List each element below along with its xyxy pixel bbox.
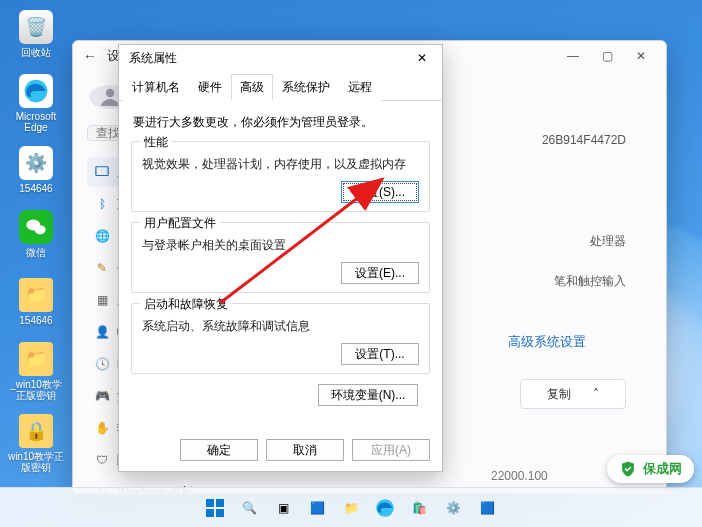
bluetooth-icon: ᛒ xyxy=(95,197,109,211)
taskbar-explorer[interactable]: 📁 xyxy=(337,494,365,522)
dialog-action-row: 确定 取消 应用(A) xyxy=(180,439,430,461)
performance-settings-button[interactable]: 设置(S)... xyxy=(341,181,419,203)
gaming-icon: 🎮 xyxy=(95,389,109,403)
shield-check-icon xyxy=(619,460,637,478)
profiles-desc: 与登录帐户相关的桌面设置 xyxy=(142,237,419,254)
start-button[interactable] xyxy=(201,494,229,522)
desktop-icon-label: Microsoft Edge xyxy=(6,111,66,133)
tab-hardware[interactable]: 硬件 xyxy=(189,74,231,101)
svg-point-2 xyxy=(35,225,46,234)
tab-remote[interactable]: 远程 xyxy=(339,74,381,101)
copy-button[interactable]: 复制˄ xyxy=(520,379,626,409)
apps-icon: ▦ xyxy=(95,293,109,307)
tab-system-protection[interactable]: 系统保护 xyxy=(273,74,339,101)
group-performance: 性能 视觉效果，处理器计划，内存使用，以及虚拟内存 设置(S)... xyxy=(131,141,430,212)
tab-advanced[interactable]: 高级 xyxy=(231,74,273,101)
close-button[interactable]: ✕ xyxy=(624,42,658,70)
startup-settings-button[interactable]: 设置(T)... xyxy=(341,343,419,365)
desktop-icon-label: _win10教学正版密钥 xyxy=(6,379,66,401)
system-icon xyxy=(95,165,109,179)
desktop-icon-recycle-bin[interactable]: 🗑️回收站 xyxy=(10,10,62,58)
cpu-label: 处理器 xyxy=(590,233,626,250)
desktop-icon-label: 微信 xyxy=(6,247,66,258)
environment-variables-button[interactable]: 环境变量(N)... xyxy=(318,384,418,406)
taskbar-edge[interactable] xyxy=(371,494,399,522)
taskbar-app[interactable]: 🟦 xyxy=(473,494,501,522)
group-startup-recovery: 启动和故障恢复 系统启动、系统故障和调试信息 设置(T)... xyxy=(131,303,430,374)
group-user-profiles: 用户配置文件 与登录帐户相关的桌面设置 设置(E)... xyxy=(131,222,430,293)
dialog-body: 要进行大多数更改，你必须作为管理员登录。 性能 视觉效果，处理器计划，内存使用，… xyxy=(119,101,442,414)
wechat-icon xyxy=(19,210,53,244)
recycle-bin-icon: 🗑️ xyxy=(19,10,53,44)
account-icon: 👤 xyxy=(95,325,109,339)
dialog-title: 系统属性 xyxy=(129,50,177,67)
tab-computer-name[interactable]: 计算机名 xyxy=(123,74,189,101)
gear-icon: ⚙️ xyxy=(19,146,53,180)
task-view[interactable]: ▣ xyxy=(269,494,297,522)
folder-icon: 📁 xyxy=(19,278,53,312)
performance-desc: 视觉效果，处理器计划，内存使用，以及虚拟内存 xyxy=(142,156,419,173)
pen-touch-label: 笔和触控输入 xyxy=(554,273,626,290)
watermark-text: 保成网 xyxy=(643,460,682,478)
device-id-value: 26B914F4472D xyxy=(542,133,626,147)
lock-icon: 🔒 xyxy=(19,414,53,448)
desktop: 🗑️回收站 Microsoft Edge ⚙️154646 微信 📁154646… xyxy=(0,0,702,527)
svg-rect-6 xyxy=(206,499,214,507)
desktop-icon-label: 154646 xyxy=(6,315,66,326)
desktop-icon-edge[interactable]: Microsoft Edge xyxy=(10,74,62,133)
taskbar-search[interactable]: 🔍 xyxy=(235,494,263,522)
desktop-icon-folder-1[interactable]: 📁154646 xyxy=(10,278,62,326)
widgets[interactable]: 🟦 xyxy=(303,494,331,522)
desktop-icon-settings[interactable]: ⚙️154646 xyxy=(10,146,62,194)
desktop-icon-label: win10教学正版密钥 xyxy=(6,451,66,473)
network-icon: 🌐 xyxy=(95,229,109,243)
clock-icon: 🕓 xyxy=(95,357,109,371)
startup-desc: 系统启动、系统故障和调试信息 xyxy=(142,318,419,335)
taskbar-settings[interactable]: ⚙️ xyxy=(439,494,467,522)
dialog-close-button[interactable]: ✕ xyxy=(408,48,436,68)
svg-point-3 xyxy=(106,89,114,97)
desktop-icon-wechat[interactable]: 微信 xyxy=(10,210,62,258)
apply-button[interactable]: 应用(A) xyxy=(352,439,430,461)
watermark: 保成网 xyxy=(607,455,694,483)
dialog-titlebar: 系统属性 ✕ xyxy=(119,45,442,71)
svg-rect-8 xyxy=(206,509,214,517)
advanced-system-settings-link[interactable]: 高级系统设置 xyxy=(508,333,586,351)
copy-label: 复制 xyxy=(547,386,571,403)
svg-rect-9 xyxy=(216,509,224,517)
edge-icon xyxy=(19,74,53,108)
back-icon[interactable]: ← xyxy=(83,48,97,64)
brush-icon: ✎ xyxy=(95,261,109,275)
admin-hint: 要进行大多数更改，你必须作为管理员登录。 xyxy=(133,114,430,131)
group-title: 启动和故障恢复 xyxy=(140,296,232,313)
desktop-icon-lock[interactable]: 🔒win10教学正版密钥 xyxy=(10,414,62,473)
ok-button[interactable]: 确定 xyxy=(180,439,258,461)
maximize-button[interactable]: ▢ xyxy=(590,42,624,70)
accessibility-icon: ✋ xyxy=(95,421,109,435)
dialog-tabs: 计算机名 硬件 高级 系统保护 远程 xyxy=(119,73,442,101)
svg-rect-4 xyxy=(96,167,108,176)
group-title: 用户配置文件 xyxy=(140,215,220,232)
desktop-icon-label: 回收站 xyxy=(6,47,66,58)
group-title: 性能 xyxy=(140,134,172,151)
taskbar-store[interactable]: 🛍️ xyxy=(405,494,433,522)
minimize-button[interactable]: — xyxy=(556,42,590,70)
system-properties-dialog: 系统属性 ✕ 计算机名 硬件 高级 系统保护 远程 要进行大多数更改，你必须作为… xyxy=(118,44,443,472)
chevron-up-icon: ˄ xyxy=(593,387,599,401)
privacy-icon: 🛡 xyxy=(95,453,109,467)
taskbar: 🔍 ▣ 🟦 📁 🛍️ ⚙️ 🟦 xyxy=(0,487,702,527)
desktop-icon-label: 154646 xyxy=(6,183,66,194)
svg-rect-7 xyxy=(216,499,224,507)
profiles-settings-button[interactable]: 设置(E)... xyxy=(341,262,419,284)
desktop-icon-folder-2[interactable]: 📁_win10教学正版密钥 xyxy=(10,342,62,401)
build-number: 22000.100 xyxy=(491,469,548,483)
cancel-button[interactable]: 取消 xyxy=(266,439,344,461)
folder-icon: 📁 xyxy=(19,342,53,376)
